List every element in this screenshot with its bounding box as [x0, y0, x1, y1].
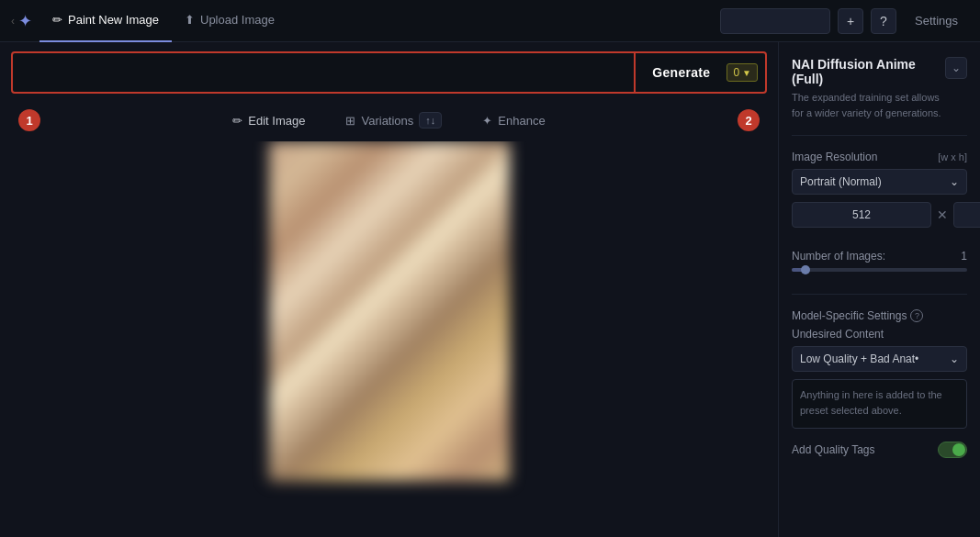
left-panel: Generate 0 ▼ 1 ✏ Edit Image ⊞ Variations… [0, 42, 778, 537]
resolution-label-row: Image Resolution [w x h] [792, 151, 967, 163]
tool-bar: 1 ✏ Edit Image ⊞ Variations ↑↓ ✦ Enhance… [0, 103, 778, 141]
toggle-icon: ↑↓ [425, 115, 435, 126]
generate-button[interactable]: Generate [636, 53, 727, 92]
tab-paint-new-image[interactable]: ✏ Paint New Image [39, 0, 172, 42]
num-images-value: 1 [961, 250, 967, 263]
image-canvas [269, 141, 510, 481]
undesired-textarea[interactable]: Anything in here is added to the preset … [792, 379, 967, 429]
right-panel: NAI Diffusion Anime (Full) The expanded … [778, 42, 980, 537]
prompt-input-wrap [11, 51, 636, 94]
back-chevron-icon[interactable]: ‹ [11, 15, 15, 28]
undesired-dropdown[interactable]: Low Quality + Bad Anat• ⌄ [792, 346, 967, 372]
quality-tags-label: Add Quality Tags [792, 443, 875, 456]
divider-1 [792, 135, 967, 136]
upload-tab-label: Upload Image [200, 13, 275, 27]
model-specific-section: Model-Specific Settings ? Undesired Cont… [792, 309, 967, 429]
dim-row: ✕ [792, 202, 967, 228]
badge-1: 1 [18, 109, 40, 131]
logo-icon: ✦ [18, 11, 32, 31]
prompt-bar: Generate 0 ▼ [0, 42, 778, 103]
nav-search-input[interactable] [720, 8, 830, 34]
undesired-chevron-icon: ⌄ [950, 352, 959, 365]
portrait-label: Portrait (Normal) [800, 175, 882, 188]
resolution-section: Image Resolution [w x h] Portrait (Norma… [792, 151, 967, 237]
edit-image-label: Edit Image [248, 114, 305, 128]
model-collapse-button[interactable]: ⌄ [945, 57, 967, 79]
undesired-value: Low Quality + Bad Anat• [800, 352, 918, 365]
image-area [0, 141, 778, 537]
toggle-thumb [952, 443, 965, 456]
upload-icon: ⬆ [185, 13, 195, 27]
resolution-dim: [w x h] [938, 151, 967, 162]
anlas-count: 0 [733, 66, 739, 79]
tab-upload-image[interactable]: ⬆ Upload Image [172, 0, 287, 42]
logo[interactable]: ‹ ✦ [11, 11, 32, 31]
model-section: NAI Diffusion Anime (Full) The expanded … [792, 57, 967, 120]
model-settings-info-icon[interactable]: ? [910, 309, 923, 322]
quality-tags-row: Add Quality Tags [792, 442, 967, 458]
height-input[interactable] [953, 202, 980, 228]
variations-icon: ⊞ [345, 114, 355, 128]
paint-tab-label: Paint New Image [68, 13, 159, 27]
num-images-slider[interactable] [792, 268, 967, 272]
times-icon: ✕ [937, 207, 948, 222]
badge-2: 2 [738, 109, 760, 131]
generate-btn-wrap: Generate 0 ▼ [636, 51, 767, 94]
enhance-button[interactable]: ✦ Enhance [475, 110, 552, 131]
settings-label[interactable]: Settings [904, 14, 969, 28]
edit-icon: ✏ [232, 114, 242, 128]
anlas-counter: 0 ▼ [727, 63, 758, 82]
anlas-icon: ▼ [742, 68, 751, 78]
help-button[interactable]: ? [871, 8, 896, 34]
variations-label: Variations [361, 114, 413, 128]
quality-tags-toggle[interactable] [938, 442, 967, 458]
model-specific-label: Model-Specific Settings ? [792, 309, 967, 322]
num-images-label-row: Number of Images: 1 [792, 250, 967, 263]
paint-icon: ✏ [52, 13, 62, 27]
divider-2 [792, 294, 967, 295]
width-input[interactable] [792, 202, 931, 228]
main-layout: Generate 0 ▼ 1 ✏ Edit Image ⊞ Variations… [0, 42, 980, 537]
variations-toggle[interactable]: ↑↓ [419, 112, 442, 129]
prompt-input[interactable] [22, 55, 625, 90]
resolution-label: Image Resolution [792, 151, 877, 163]
model-name: NAI Diffusion Anime (Full) [792, 57, 945, 86]
add-button[interactable]: + [838, 8, 863, 34]
portrait-dropdown[interactable]: Portrait (Normal) ⌄ [792, 169, 967, 195]
slider-track [792, 268, 967, 272]
num-images-section: Number of Images: 1 [792, 250, 967, 279]
enhance-label: Enhance [498, 114, 545, 128]
variations-button[interactable]: ⊞ Variations ↑↓ [338, 108, 449, 132]
undesired-label: Undesired Content [792, 328, 967, 341]
slider-thumb[interactable] [801, 265, 810, 274]
num-images-label: Number of Images: [792, 250, 885, 263]
model-desc: The expanded training set allows for a w… [792, 90, 945, 120]
top-nav: ‹ ✦ ✏ Paint New Image ⬆ Upload Image + ?… [0, 0, 980, 42]
nav-right: + ? Settings [720, 8, 969, 34]
enhance-icon: ✦ [482, 114, 492, 128]
edit-image-button[interactable]: ✏ Edit Image [225, 110, 312, 131]
portrait-chevron-icon: ⌄ [950, 175, 959, 188]
